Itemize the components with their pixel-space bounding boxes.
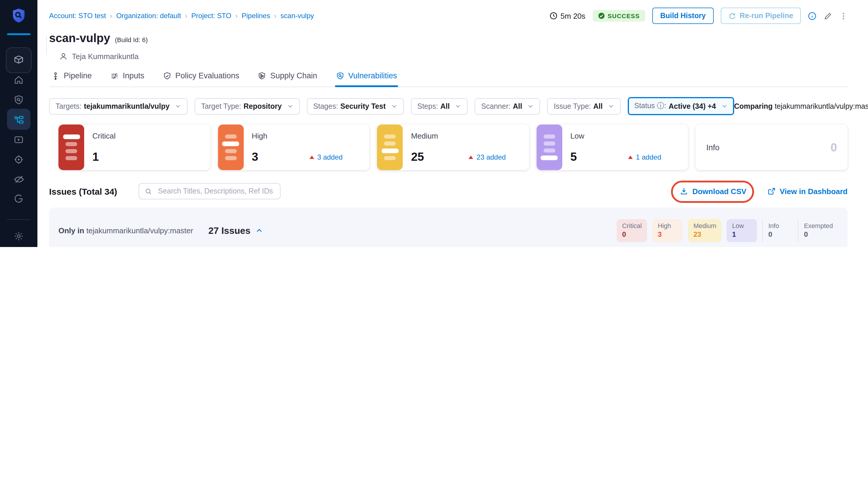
tab-policy-evaluations[interactable]: Policy Evaluations: [162, 69, 240, 87]
sidebar-item-scans[interactable]: [7, 91, 31, 109]
issues-panel: Only in tejakummarikuntla/vulpy:master 2…: [49, 208, 848, 247]
issues-toolbar: Issues (Total 34) Download CSV: [49, 183, 848, 200]
top-header-row: Account: STO test›Organization: default›…: [49, 0, 848, 24]
pipelines-icon: [13, 114, 24, 125]
toolbar-actions: Download CSV View in Dashboard: [680, 187, 848, 195]
severity-card-high: High33 added: [218, 125, 369, 170]
sidebar-item-project-settings[interactable]: [7, 227, 31, 245]
meter-stripe: [381, 149, 398, 153]
breadcrumb-link[interactable]: Project: STO: [191, 12, 231, 20]
search-icon: [145, 187, 152, 195]
filter-chip-scanner[interactable]: Scanner:All: [475, 98, 540, 114]
tab-vulnerabilities[interactable]: Vulnerabilities: [335, 69, 398, 87]
sidebar-item-home[interactable]: [7, 71, 31, 89]
collapse-chevron-icon[interactable]: [255, 227, 263, 234]
card-body: Medium2523 added: [403, 125, 529, 170]
module-cube-icon: [13, 54, 24, 66]
breadcrumb-link[interactable]: Organization: default: [116, 12, 181, 20]
group-badge-info: Info0: [763, 219, 793, 242]
breadcrumb-link[interactable]: scan-vulpy: [281, 12, 314, 20]
sidebar-item-getting-started[interactable]: [7, 190, 31, 208]
sidebar-item-exemptions[interactable]: [7, 170, 31, 188]
card-body: High33 added: [244, 125, 369, 170]
filter-chip-issue-type[interactable]: Issue Type:All: [547, 98, 621, 114]
filter-chip-target-type[interactable]: Target Type:Repository: [195, 98, 300, 114]
filter-chip-stages[interactable]: Stages:Security Test: [307, 98, 404, 114]
eye-off-icon: [13, 173, 24, 185]
group-badge-low: Low1: [727, 219, 757, 242]
meter-stripe: [225, 156, 236, 160]
more-options-icon[interactable]: [840, 12, 848, 20]
info-icon[interactable]: [808, 12, 816, 20]
breadcrumb-link[interactable]: Pipelines: [242, 12, 270, 20]
edit-pencil-icon[interactable]: [824, 12, 832, 20]
filter-chips: Targets:tejakummarikuntla/vulpyTarget Ty…: [49, 97, 734, 115]
triangle-up-icon: [468, 155, 474, 159]
meter-stripe: [384, 134, 396, 138]
tab-supply-chain[interactable]: Supply Chain: [257, 69, 319, 87]
badge-value: 0: [768, 230, 788, 239]
breadcrumb-separator-icon: ›: [235, 12, 237, 19]
breadcrumb-link[interactable]: Account: STO test: [49, 12, 106, 20]
download-csv-button[interactable]: Download CSV: [680, 187, 747, 195]
badge-label: Critical: [622, 222, 642, 229]
chevron-down-icon: [175, 103, 181, 109]
filter-chip-targets[interactable]: Targets:tejakummarikuntla/vulpy: [49, 98, 188, 114]
page-title: scan-vulpy: [49, 32, 110, 45]
card-value: 3: [252, 150, 258, 164]
issues-search[interactable]: [139, 183, 281, 200]
card-body: Low51 added: [562, 125, 688, 170]
chip-label: Status ⓘ:: [634, 101, 666, 111]
meter-stripe: [384, 141, 396, 146]
badge-label: Exempted: [804, 222, 833, 229]
issues-group-header: Only in tejakummarikuntla/vulpy:master 2…: [58, 208, 838, 242]
filter-chip-status[interactable]: Status ⓘ:Active (34) +4: [628, 97, 734, 115]
chip-label: Stages:: [313, 102, 338, 110]
triangle-up-icon: [309, 155, 314, 159]
sidebar-item-executions[interactable]: [7, 131, 31, 149]
sidebar-item-targets[interactable]: [7, 151, 31, 168]
chip-label: Target Type:: [201, 102, 241, 110]
main-content: Account: STO test›Organization: default›…: [37, 0, 868, 247]
meter-stripe: [65, 149, 77, 153]
severity-cards: Critical1High33 addedMedium2523 addedLow…: [58, 125, 848, 170]
rerun-pipeline-button[interactable]: Re-run Pipeline: [721, 7, 801, 24]
pipeline-icon: [52, 72, 60, 80]
view-in-dashboard-link[interactable]: View in Dashboard: [768, 187, 848, 195]
chevron-down-icon: [455, 103, 461, 109]
chip-label: Issue Type:: [554, 102, 591, 110]
chevron-down-icon: [721, 103, 728, 109]
meter-stripe: [225, 134, 236, 138]
chevron-down-icon: [391, 103, 398, 109]
tab-pipeline[interactable]: Pipeline: [50, 69, 93, 87]
app-root: ? TK ▸ Account: STO test›Organization: d…: [0, 0, 868, 247]
meter-stripe: [541, 155, 558, 160]
inputs-icon: [111, 72, 119, 80]
badge-label: Info: [768, 222, 788, 229]
meter-stripe: [544, 149, 555, 153]
sidebar-item-module-selector[interactable]: [6, 48, 32, 73]
triangle-up-icon: [628, 155, 633, 159]
sidebar-item-pipelines[interactable]: [7, 109, 31, 130]
filter-chip-steps[interactable]: Steps:All: [411, 98, 468, 114]
policy-shield-icon: [163, 72, 171, 80]
check-circle-icon: [598, 12, 605, 19]
tab-label: Supply Chain: [270, 71, 317, 80]
badge-value: 0: [622, 230, 642, 239]
harness-sto-logo[interactable]: [11, 7, 27, 24]
external-link-icon: [768, 187, 776, 195]
meter-stripe: [384, 156, 396, 160]
tab-inputs[interactable]: Inputs: [109, 69, 146, 87]
group-badge-medium: Medium23: [688, 219, 721, 242]
executions-icon: [14, 134, 24, 145]
build-history-button[interactable]: Build History: [652, 7, 714, 24]
shield-search-icon: [14, 95, 24, 105]
settings-gear-icon: [14, 231, 24, 242]
chip-value: All: [593, 102, 603, 110]
group-severity-badges: Critical0High3Medium23Low1Info0Exempted0: [617, 219, 838, 242]
chevron-down-icon: [608, 103, 614, 109]
search-input[interactable]: [157, 187, 274, 196]
card-label: Low: [571, 132, 680, 140]
breadcrumb: Account: STO test›Organization: default›…: [49, 12, 314, 20]
card-label: Critical: [92, 132, 202, 140]
